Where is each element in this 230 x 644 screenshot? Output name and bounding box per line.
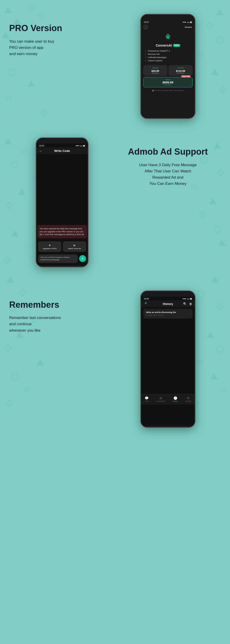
phone-notch (159, 292, 177, 297)
remembers-section: Remembers Remember last conversations an… (0, 276, 230, 438)
pro-description: You can make user to buy PRO version of … (9, 38, 115, 57)
status-icons: ●●● ▲ ▮▮ (76, 144, 85, 147)
remembers-text-block: Remembers Remember last conversations an… (9, 290, 115, 334)
pro-close-button[interactable]: × (144, 25, 148, 29)
yearly-plan-price: $699.99 (145, 81, 191, 84)
watch-short-ad-button[interactable]: ▶ Watch Short Ad (63, 242, 86, 252)
search-icon[interactable]: 🔍 (183, 302, 187, 306)
history-item-title: Write an article discussing the (146, 311, 176, 314)
pro-restore-button[interactable]: Restore (185, 26, 192, 28)
pro-app-name-row: ConversAI PRO (156, 44, 180, 47)
nav-item-ai-assistants[interactable]: ⊞ AI Assistants (156, 396, 165, 402)
history-action-icons: 🔍 🗑 (183, 302, 192, 306)
weekly-plan-label: Weekly (145, 67, 166, 69)
admob-section: 20:03 ●●● ▲ ▮▮ ← Write Code (0, 128, 230, 276)
limit-message-text: You have reached the daily free message … (40, 228, 84, 236)
admob-title: Admob Ad Support (115, 146, 221, 157)
feature-label-1: Powered by ChatGPT 4 (148, 50, 170, 52)
history-screen: 19:56 ●●● ▲ ▮▮ (141, 297, 195, 426)
pro-plans-row: Weekly $29.99 Per Week Monthly $119.99 P… (141, 64, 195, 77)
history-item-content: Write an article discussing the 21 May 2… (146, 311, 176, 316)
save-badge: Save 3.6$ (181, 75, 190, 78)
ai-assistants-nav-label: AI Assistants (156, 400, 165, 402)
signal-icon: ●●● (76, 144, 79, 147)
feature-label-4: Cancel Anytime (148, 60, 162, 62)
ai-assistants-nav-icon: ⊞ (159, 396, 162, 400)
check-icon-3: ✓ (145, 56, 146, 58)
wifi-icon: ▲ (187, 21, 189, 23)
weekly-plan-card[interactable]: Weekly $29.99 Per Week (143, 65, 167, 76)
weekly-plan-price: $29.99 (145, 70, 166, 72)
pro-section: PRO Version You can make user to buy PRO… (0, 0, 230, 128)
pro-badge: PRO (173, 44, 180, 47)
pro-feature-3: ✓ Unlimited Messages (145, 56, 191, 58)
chat-action-buttons: ★ Upgrade to PRO! ▶ Watch Short Ad (36, 240, 88, 253)
wifi-icon: ▲ (80, 144, 82, 147)
phone-notch (53, 139, 71, 144)
pro-phone-frame: 19:57 ●●● ▲ ▮▮ × Restore (140, 14, 196, 119)
conversai-logo-icon (163, 32, 173, 42)
nav-item-chat[interactable]: 💬 Chat (145, 396, 149, 402)
nav-item-settings[interactable]: ⚙ Settings (185, 396, 191, 402)
phone-bottom (141, 426, 195, 427)
play-icon: ▶ (74, 244, 76, 247)
history-title: History (163, 302, 173, 306)
phone-notch (159, 16, 177, 20)
chat-input-box[interactable]: Give me a CRUD function in Python progra… (38, 254, 78, 263)
back-button[interactable]: ← (39, 149, 42, 153)
chevron-right-icon: › (189, 312, 190, 315)
star-icon: ★ (49, 244, 51, 247)
lock-icon: 🔒 (152, 90, 154, 91)
phone-bottom (36, 265, 88, 267)
pro-modal-header: × Restore (141, 24, 195, 30)
chat-status-time: 20:03 (39, 144, 44, 147)
send-button[interactable]: ➤ (79, 255, 86, 262)
history-empty-area (141, 320, 195, 394)
watch-ad-btn-label: Watch Short Ad (68, 248, 81, 250)
pro-screen: 19:57 ●●● ▲ ▮▮ × Restore (141, 20, 195, 117)
history-header: History 🔍 🗑 (141, 300, 195, 307)
yearly-plan-label: Yearly (145, 78, 191, 81)
monthly-plan-label: Monthly (170, 67, 191, 69)
check-icon-1: ✓ (145, 50, 146, 52)
upgrade-to-pro-button[interactable]: ★ Upgrade to PRO! (38, 242, 61, 252)
bottom-nav: 💬 Chat ⊞ AI Assistants 🕐 History ⚙ Setti… (141, 394, 195, 404)
weekly-plan-period: Per Week (145, 72, 166, 74)
settings-nav-label: Settings (185, 400, 191, 402)
history-nav-icon: 🕐 (173, 396, 177, 400)
secure-text: 🔒 Secured by Google Play. Cancel Anytime (141, 89, 195, 93)
delete-icon[interactable]: 🗑 (189, 302, 192, 306)
history-phone-frame: 19:56 ●●● ▲ ▮▮ (140, 290, 196, 428)
pro-feature-2: ✓ Remove Ads (145, 53, 191, 55)
chat-nav-label: Chat (145, 400, 148, 402)
battery-icon: ▮▮ (190, 298, 192, 300)
chat-screen: 20:03 ●●● ▲ ▮▮ ← Write Code (36, 144, 88, 265)
chat-header: ← Write Code (36, 147, 88, 154)
history-item-date: 21 May 2023 · 19:56 (146, 314, 176, 316)
settings-nav-icon: ⚙ (187, 396, 190, 400)
admob-text-block: Admob Ad Support User Have 3 Daily Free … (115, 137, 221, 187)
limit-message-box: You have reached the daily free message … (37, 225, 87, 238)
admob-phone-frame: 20:03 ●●● ▲ ▮▮ ← Write Code (36, 137, 89, 267)
yearly-plan-period: Per Year (145, 84, 191, 86)
check-icon-2: ✓ (145, 53, 146, 55)
phone-bottom (141, 117, 195, 118)
history-logo (144, 301, 148, 306)
monthly-plan-period: Per Month (170, 72, 191, 74)
chat-input-area: Give me a CRUD function in Python progra… (36, 253, 88, 265)
chat-input-text: Give me a CRUD function in Python progra… (40, 256, 70, 261)
nav-item-history[interactable]: 🕐 History (173, 396, 178, 402)
signal-icon: ●●● (183, 298, 186, 300)
pro-title: PRO Version (9, 23, 115, 34)
chat-nav-icon: 💬 (145, 396, 149, 400)
pro-logo-area: ConversAI PRO (141, 30, 195, 49)
chat-title: Write Code (54, 149, 70, 152)
history-list-item[interactable]: Write an article discussing the 21 May 2… (143, 309, 193, 318)
status-time: 19:57 (144, 21, 149, 23)
signal-icon: ●●● (183, 21, 186, 23)
monthly-plan-card[interactable]: Monthly $119.99 Per Month (169, 65, 193, 76)
yearly-plan-card[interactable]: Save 3.6$ Yearly $699.99 Per Year (143, 77, 193, 87)
phone-top (141, 14, 195, 20)
status-icons: ●●● ▲ ▮▮ (183, 21, 192, 23)
phone-top (36, 138, 88, 144)
